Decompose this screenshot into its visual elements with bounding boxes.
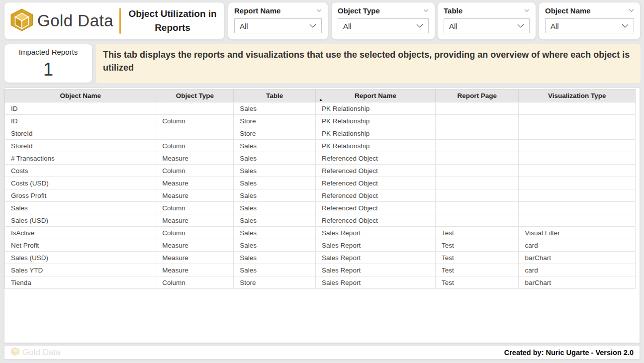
table-cell[interactable]: Sales Report xyxy=(316,227,436,239)
table-cell[interactable] xyxy=(519,102,636,115)
table-cell[interactable]: Measure xyxy=(156,252,234,264)
table-cell[interactable]: IsActive xyxy=(5,227,156,239)
table-cell[interactable] xyxy=(436,127,519,140)
table-cell[interactable]: Sales Report xyxy=(316,276,436,289)
table-cell[interactable]: Sales xyxy=(234,189,316,202)
table-cell[interactable]: Sales xyxy=(234,102,316,115)
table-cell[interactable]: Sales Report xyxy=(316,264,436,276)
table-cell[interactable]: Sales xyxy=(234,202,316,214)
chevron-down-icon[interactable] xyxy=(629,9,634,12)
table-cell[interactable]: Column xyxy=(156,140,234,152)
column-header-object-type[interactable]: Object Type xyxy=(156,90,234,102)
table-cell[interactable] xyxy=(436,202,519,214)
table-cell[interactable]: barChart xyxy=(519,252,636,264)
table-cell[interactable] xyxy=(519,177,636,189)
column-header-report-name[interactable]: Report Name ▲ xyxy=(316,90,436,102)
table-cell[interactable]: Sales xyxy=(234,177,316,189)
table-cell[interactable]: Visual Filter xyxy=(519,227,636,239)
column-header-object-name[interactable]: Object Name xyxy=(5,90,156,102)
table-cell[interactable]: Sales YTD xyxy=(5,264,156,276)
table-cell[interactable]: Column xyxy=(156,165,234,177)
table-cell[interactable]: Sales xyxy=(234,227,316,239)
table-cell[interactable]: Column xyxy=(156,202,234,214)
table-cell[interactable]: Test xyxy=(436,252,519,264)
table-cell[interactable]: card xyxy=(519,264,636,276)
table-cell[interactable]: Column xyxy=(156,276,234,289)
report-name-dropdown[interactable]: All xyxy=(234,18,322,33)
column-header-visualization-type[interactable]: Visualization Type xyxy=(519,90,636,102)
table-cell[interactable]: Measure xyxy=(156,152,234,165)
table-cell[interactable]: Referenced Object xyxy=(316,189,436,202)
table-cell[interactable] xyxy=(156,102,234,115)
table-cell[interactable]: PK Relationship xyxy=(316,115,436,127)
table-cell[interactable] xyxy=(519,115,636,127)
table-cell[interactable]: Measure xyxy=(156,239,234,252)
table-cell[interactable]: card xyxy=(519,239,636,252)
table-cell[interactable] xyxy=(436,115,519,127)
table-cell[interactable]: # Transactions xyxy=(5,152,156,165)
table-dropdown[interactable]: All xyxy=(444,18,530,33)
table-cell[interactable]: Referenced Object xyxy=(316,214,436,227)
table-cell[interactable]: Measure xyxy=(156,214,234,227)
table-cell[interactable]: Sales (USD) xyxy=(5,214,156,227)
table-cell[interactable]: Sales Report xyxy=(316,252,436,264)
table-cell[interactable]: Referenced Object xyxy=(316,177,436,189)
table-cell[interactable]: Referenced Object xyxy=(316,202,436,214)
table-cell[interactable]: Sales xyxy=(5,202,156,214)
table-cell[interactable]: Costs xyxy=(5,165,156,177)
column-header-report-page[interactable]: Report Page xyxy=(436,90,519,102)
table-cell[interactable]: Sales xyxy=(234,140,316,152)
table-cell[interactable]: PK Relationship xyxy=(316,127,436,140)
chevron-down-icon[interactable] xyxy=(316,9,322,12)
table-cell[interactable]: Test xyxy=(436,227,519,239)
object-type-dropdown[interactable]: All xyxy=(338,18,429,33)
table-cell[interactable] xyxy=(519,140,636,152)
table-cell[interactable]: Sales xyxy=(234,239,316,252)
table-cell[interactable] xyxy=(519,189,636,202)
table-cell[interactable] xyxy=(436,152,519,165)
table-cell[interactable]: Measure xyxy=(156,177,234,189)
table-cell[interactable]: Tienda xyxy=(5,276,156,289)
table-cell[interactable]: Test xyxy=(436,276,519,289)
table-cell[interactable]: StoreId xyxy=(5,127,156,140)
table-cell[interactable] xyxy=(519,127,636,140)
table-cell[interactable]: PK Relationship xyxy=(316,102,436,115)
table-cell[interactable]: Referenced Object xyxy=(316,165,436,177)
table-cell[interactable] xyxy=(436,140,519,152)
table-cell[interactable]: Test xyxy=(436,264,519,276)
table-cell[interactable]: Sales xyxy=(234,152,316,165)
table-cell[interactable] xyxy=(436,165,519,177)
table-cell[interactable]: barChart xyxy=(519,276,636,289)
table-cell[interactable] xyxy=(436,102,519,115)
table-cell[interactable]: Store xyxy=(234,115,316,127)
table-cell[interactable]: Gross Profit xyxy=(5,189,156,202)
table-cell[interactable]: Net Profit xyxy=(5,239,156,252)
table-cell[interactable]: Store xyxy=(234,127,316,140)
chevron-down-icon[interactable] xyxy=(524,9,530,12)
table-cell[interactable]: Sales (USD) xyxy=(5,252,156,264)
table-cell[interactable]: ID xyxy=(5,115,156,127)
table-cell[interactable] xyxy=(436,177,519,189)
table-cell[interactable]: PK Relationship xyxy=(316,140,436,152)
table-cell[interactable] xyxy=(436,214,519,227)
table-cell[interactable]: Test xyxy=(436,239,519,252)
table-cell[interactable] xyxy=(156,127,234,140)
table-cell[interactable]: Sales Report xyxy=(316,239,436,252)
table-cell[interactable]: Sales xyxy=(234,165,316,177)
table-cell[interactable]: Column xyxy=(156,115,234,127)
table-cell[interactable]: Measure xyxy=(156,264,234,276)
table-cell[interactable] xyxy=(519,165,636,177)
table-cell[interactable]: Sales xyxy=(234,252,316,264)
table-cell[interactable]: Store xyxy=(234,276,316,289)
table-cell[interactable] xyxy=(436,189,519,202)
table-cell[interactable]: Column xyxy=(156,227,234,239)
chevron-down-icon[interactable] xyxy=(423,9,429,12)
table-cell[interactable]: Sales xyxy=(234,214,316,227)
column-header-table[interactable]: Table xyxy=(234,90,316,102)
object-name-dropdown[interactable]: All xyxy=(545,18,634,33)
table-cell[interactable]: StoreId xyxy=(5,140,156,152)
table-cell[interactable] xyxy=(519,214,636,227)
table-cell[interactable] xyxy=(519,152,636,165)
table-cell[interactable]: Sales xyxy=(234,264,316,276)
table-cell[interactable]: Costs (USD) xyxy=(5,177,156,189)
